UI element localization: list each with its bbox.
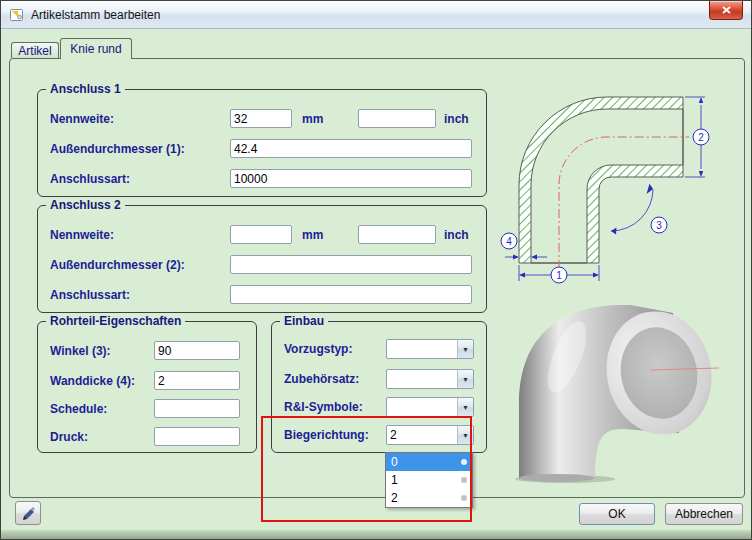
vorzugstyp-dropdown[interactable]: ▼ [386, 339, 474, 359]
ri-symbole-dropdown[interactable]: ▼ [386, 397, 474, 417]
balloon-3: 3 [651, 217, 667, 233]
option-label: 1 [391, 473, 461, 487]
vorzugstyp-dropdown-button[interactable]: ▼ [457, 340, 473, 358]
option-radio-icon [461, 495, 467, 501]
tab-knie-rund[interactable]: Knie rund [60, 38, 132, 59]
group-anschluss-2: Anschluss 2 Nennweite: mm inch Außendurc… [37, 205, 487, 313]
inch-2-label: inch [444, 228, 469, 242]
wanddicke-label: Wanddicke (4): [50, 374, 135, 388]
chevron-down-icon: ▼ [462, 346, 469, 353]
balloon-2: 2 [693, 129, 709, 145]
zubehoersatz-label: Zubehörsatz: [284, 372, 359, 386]
dropdown-option-2[interactable]: 2 [386, 489, 472, 507]
group-einbau: Einbau Vorzugstyp: ▼ Zubehörsatz: ▼ R&I-… [271, 321, 487, 453]
elbow-wall-section [519, 97, 683, 263]
nennweite-1-mm-input[interactable] [230, 109, 292, 128]
window-bottom-edge [1, 530, 751, 539]
svg-text:4: 4 [506, 236, 512, 247]
anschlussart-1-input[interactable] [230, 169, 472, 188]
titlebar[interactable]: Artikelstamm bearbeiten [1, 1, 751, 29]
app-icon [9, 7, 25, 23]
balloon-4: 4 [501, 233, 517, 249]
group-anschluss-1-title: Anschluss 1 [46, 82, 125, 97]
schedule-input[interactable] [154, 399, 240, 418]
elbow-section-drawing: 2 1 4 3 [497, 85, 743, 285]
svg-text:3: 3 [656, 220, 662, 231]
bottom-rim [519, 474, 595, 482]
dropdown-option-0[interactable]: 0 [386, 453, 472, 471]
group-einbau-title: Einbau [280, 314, 328, 329]
group-rohrteil-title: Rohrteil-Eigenschaften [46, 314, 185, 329]
nennweite-1-inch-input[interactable] [358, 109, 436, 128]
option-label: 0 [391, 455, 461, 469]
centerline [559, 137, 689, 269]
dialog-artikelstamm: Artikelstamm bearbeiten Artikel Knie run… [0, 0, 752, 540]
cancel-button[interactable]: Abbrechen [665, 503, 743, 525]
group-rohrteil: Rohrteil-Eigenschaften Winkel (3): Wandd… [37, 321, 257, 453]
chevron-down-icon: ▼ [462, 432, 469, 439]
pen-icon [21, 506, 36, 521]
winkel-input[interactable] [154, 341, 240, 360]
biegerichtung-dropdown-button[interactable]: ▼ [457, 426, 473, 444]
nennweite-2-label: Nennweite: [50, 228, 114, 242]
group-anschluss-1: Anschluss 1 Nennweite: mm inch Außendurc… [37, 89, 487, 197]
chevron-down-icon: ▼ [462, 376, 469, 383]
aussendurchmesser-1-input[interactable] [230, 139, 472, 158]
chevron-down-icon: ▼ [462, 404, 469, 411]
zubehoersatz-dropdown[interactable]: ▼ [386, 369, 474, 389]
balloon-1: 1 [551, 267, 567, 283]
tab-artikel[interactable]: Artikel [11, 42, 59, 58]
option-radio-icon [461, 459, 467, 465]
svg-text:2: 2 [698, 132, 704, 143]
wanddicke-input[interactable] [154, 371, 240, 390]
nennweite-1-label: Nennweite: [50, 112, 114, 126]
zubehoersatz-value [387, 370, 457, 388]
biegerichtung-dropdown[interactable]: 2 ▼ [386, 425, 474, 445]
close-button[interactable] [709, 1, 743, 20]
anschlussart-1-label: Anschlussart: [50, 172, 130, 186]
aussendurchmesser-1-label: Außendurchmesser (1): [50, 142, 185, 156]
mm-2-label: mm [302, 228, 323, 242]
edit-drawing-button[interactable] [15, 501, 41, 525]
vorzugstyp-label: Vorzugstyp: [284, 342, 352, 356]
mm-1-label: mm [302, 112, 323, 126]
dropdown-option-1[interactable]: 1 [386, 471, 472, 489]
ok-button[interactable]: OK [579, 503, 655, 525]
aussendurchmesser-2-input[interactable] [230, 255, 472, 274]
vorzugstyp-value [387, 340, 457, 358]
druck-input[interactable] [154, 427, 240, 446]
dimension-3 [611, 184, 653, 235]
anschlussart-2-input[interactable] [230, 285, 472, 304]
winkel-label: Winkel (3): [50, 344, 111, 358]
ri-symbole-label: R&I-Symbole: [284, 400, 363, 414]
schedule-label: Schedule: [50, 402, 107, 416]
group-anschluss-2-title: Anschluss 2 [46, 198, 125, 213]
ri-symbole-dropdown-button[interactable]: ▼ [457, 398, 473, 416]
anschlussart-2-label: Anschlussart: [50, 288, 130, 302]
nennweite-2-mm-input[interactable] [230, 225, 292, 244]
nennweite-2-inch-input[interactable] [358, 225, 436, 244]
aussendurchmesser-2-label: Außendurchmesser (2): [50, 258, 185, 272]
option-radio-icon [461, 477, 467, 483]
zubehoersatz-dropdown-button[interactable]: ▼ [457, 370, 473, 388]
ri-symbole-value [387, 398, 457, 416]
biegerichtung-dropdown-list: 0 1 2 [385, 452, 473, 508]
biegerichtung-label: Biegerichtung: [284, 428, 369, 442]
window-title: Artikelstamm bearbeiten [31, 8, 160, 22]
druck-label: Druck: [50, 430, 88, 444]
close-icon [722, 6, 731, 14]
inch-1-label: inch [444, 112, 469, 126]
svg-text:1: 1 [556, 270, 562, 281]
biegerichtung-value: 2 [387, 426, 457, 444]
elbow-3d-render [501, 283, 745, 483]
option-label: 2 [391, 491, 461, 505]
